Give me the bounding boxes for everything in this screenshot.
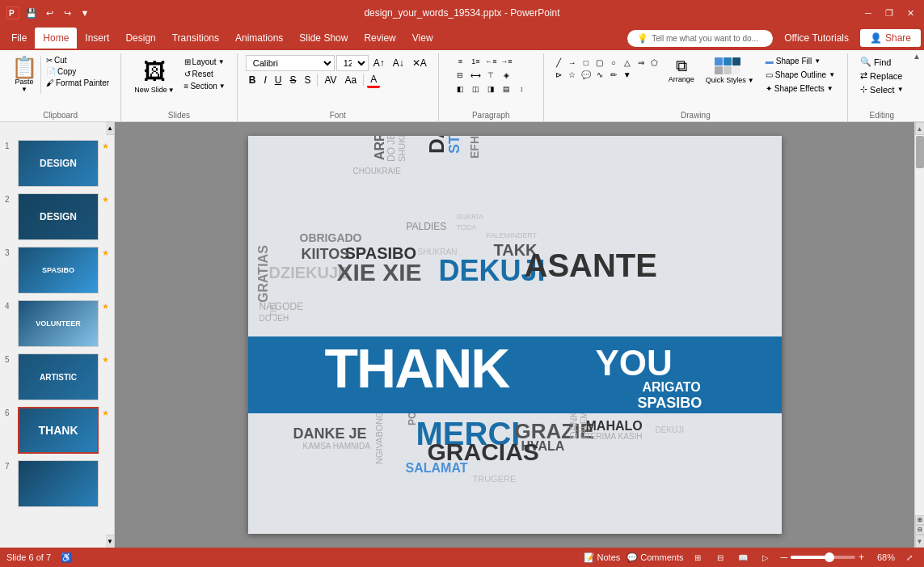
more-shapes[interactable]: ▼ — [621, 69, 634, 80]
layout-button[interactable]: ⊞ Layout ▼ — [181, 57, 229, 67]
rect-shape[interactable]: □ — [580, 57, 593, 68]
align-text-button[interactable]: ⊤ — [483, 69, 498, 82]
align-left-button[interactable]: ◧ — [453, 83, 467, 95]
menu-transitions[interactable]: Transitions — [164, 28, 227, 49]
decrease-font-button[interactable]: A↓ — [390, 55, 407, 71]
scroll-expand-button[interactable]: ⊞ — [915, 515, 925, 525]
menu-animations[interactable]: Animations — [227, 28, 291, 49]
close-button[interactable]: ✕ — [903, 6, 918, 20]
canvas-area[interactable]: THANK YOU ARIGATO SPASIBO DANKIE STRENGT… — [115, 122, 914, 548]
menu-file[interactable]: File — [3, 28, 35, 49]
bullets-button[interactable]: ≡ — [453, 55, 467, 68]
shape-outline-button[interactable]: ▭ Shape Outline ▼ — [762, 69, 839, 81]
menu-slideshow[interactable]: Slide Show — [291, 28, 356, 49]
zoom-track[interactable] — [791, 556, 855, 559]
reading-view-button[interactable]: 📖 — [735, 550, 751, 565]
slide-thumb-3[interactable]: 3 SPASIBO ★ — [0, 242, 114, 295]
font-name-select[interactable]: Calibri — [246, 55, 335, 71]
arrow-shape[interactable]: → — [566, 57, 579, 68]
scroll-expand2-button[interactable]: ⊟ — [915, 525, 925, 535]
slide-thumb-6[interactable]: 6 THANK ★ — [0, 402, 114, 455]
strikethrough-button[interactable]: S — [286, 72, 299, 88]
slide-thumb-4[interactable]: 4 VOLUNTEER ★ — [0, 295, 114, 349]
slide-thumb-7[interactable]: 7 — [0, 455, 114, 509]
italic-button[interactable]: I — [260, 72, 269, 88]
freeform-shape[interactable]: ✏ — [607, 69, 620, 80]
reset-button[interactable]: ↺ Reset — [181, 69, 229, 79]
scroll-track[interactable] — [915, 135, 924, 515]
menu-review[interactable]: Review — [356, 28, 403, 49]
menu-home[interactable]: Home — [35, 28, 77, 49]
shape-fill-button[interactable]: ▬ Shape Fill ▼ — [762, 55, 839, 67]
increase-font-button[interactable]: A↑ — [370, 55, 388, 71]
clear-format-button[interactable]: ✕A — [409, 55, 430, 71]
callout-shape[interactable]: 💬 — [580, 69, 593, 80]
share-button[interactable]: 👤 Share — [860, 29, 921, 47]
scroll-up-button[interactable]: ▲ — [915, 122, 925, 135]
comments-button[interactable]: 💬 Comments — [627, 552, 683, 563]
slide-canvas[interactable]: THANK YOU ARIGATO SPASIBO DANKIE STRENGT… — [248, 136, 782, 534]
curve-shape[interactable]: ∿ — [593, 69, 606, 80]
arrange-button[interactable]: ⧉ Arrange — [665, 55, 698, 95]
change-case-button[interactable]: Aa — [342, 72, 361, 88]
fit-window-button[interactable]: ⤢ — [901, 550, 918, 565]
menu-insert[interactable]: Insert — [77, 28, 117, 49]
font-color-button[interactable]: A — [367, 72, 380, 88]
chevron-shape[interactable]: ⊳ — [552, 69, 565, 80]
notes-button[interactable]: 📝 Notes — [584, 552, 621, 563]
new-slide-button[interactable]: 🖼 New Slide ▼ — [129, 55, 179, 97]
align-center-button[interactable]: ◫ — [468, 83, 483, 95]
section-button[interactable]: ≡ Section ▼ — [181, 81, 229, 91]
slide-thumb-1[interactable]: 1 DESIGN ★ — [0, 135, 114, 188]
new-slide-dropdown[interactable]: ▼ — [168, 87, 175, 94]
shape-effects-button[interactable]: ✦ Shape Effects ▼ — [762, 83, 839, 95]
panel-scroll-down[interactable]: ▼ — [106, 535, 114, 548]
columns-button[interactable]: ⊟ — [453, 69, 467, 82]
scroll-thumb[interactable] — [916, 136, 924, 168]
scroll-down-button[interactable]: ▼ — [915, 535, 925, 548]
bold-button[interactable]: B — [246, 72, 259, 88]
zoom-in-button[interactable]: + — [859, 552, 864, 563]
line-shape[interactable]: ╱ — [552, 57, 565, 68]
restore-button[interactable]: ❐ — [882, 6, 897, 20]
cut-button[interactable]: ✂ Cut — [43, 55, 112, 66]
line-spacing-button[interactable]: ↕ — [514, 83, 529, 95]
select-button[interactable]: ⊹ Select ▼ — [856, 83, 908, 96]
underline-button[interactable]: U — [272, 72, 285, 88]
font-spacing-button[interactable]: AV — [321, 72, 340, 88]
align-right-button[interactable]: ◨ — [483, 83, 498, 95]
office-tutorials-link[interactable]: Office Tutorials — [778, 29, 855, 47]
menu-design[interactable]: Design — [117, 28, 163, 49]
decrease-indent-button[interactable]: ←≡ — [483, 55, 498, 68]
slide-thumb-5[interactable]: 5 ARTISTIC ★ — [0, 349, 114, 402]
normal-view-button[interactable]: ⊞ — [690, 550, 706, 565]
redo-qa-button[interactable]: ↪ — [60, 6, 74, 20]
tell-me-box[interactable]: 💡 Tell me what you want to do... — [627, 30, 773, 47]
justify-button[interactable]: ▤ — [499, 83, 513, 95]
text-direction-button[interactable]: ⟷ — [468, 69, 483, 82]
shadow-button[interactable]: S — [301, 72, 314, 88]
zoom-handle[interactable] — [825, 552, 834, 562]
shape-fill-dropdown[interactable]: ▼ — [814, 57, 821, 65]
smartart-button[interactable]: ◈ — [499, 69, 513, 82]
format-painter-button[interactable]: 🖌 Format Painter — [43, 78, 112, 88]
rounded-rect-shape[interactable]: ▢ — [593, 57, 606, 68]
copy-button[interactable]: 📄 Copy — [43, 66, 112, 77]
slide-sorter-button[interactable]: ⊟ — [712, 550, 728, 565]
slide-thumb-2[interactable]: 2 DESIGN ★ — [0, 188, 114, 242]
rtarrow-shape[interactable]: ⇒ — [635, 57, 648, 68]
star-shape[interactable]: ☆ — [566, 69, 579, 80]
shape-effects-dropdown[interactable]: ▼ — [827, 85, 833, 92]
menu-view[interactable]: View — [404, 28, 441, 49]
paste-dropdown-icon[interactable]: ▼ — [21, 86, 27, 93]
select-dropdown[interactable]: ▼ — [897, 86, 904, 93]
quick-styles-dropdown[interactable]: ▼ — [748, 77, 754, 84]
zoom-level[interactable]: 68% — [871, 552, 895, 562]
panel-scroll-up[interactable]: ▲ — [106, 122, 114, 135]
increase-indent-button[interactable]: →≡ — [499, 55, 513, 68]
undo-qa-button[interactable]: ↩ — [42, 6, 57, 20]
circle-shape[interactable]: ○ — [607, 57, 620, 68]
replace-button[interactable]: ⇄ Replace — [856, 69, 908, 83]
find-button[interactable]: 🔍 Find — [856, 55, 908, 69]
font-size-select[interactable]: 12 — [336, 55, 369, 71]
